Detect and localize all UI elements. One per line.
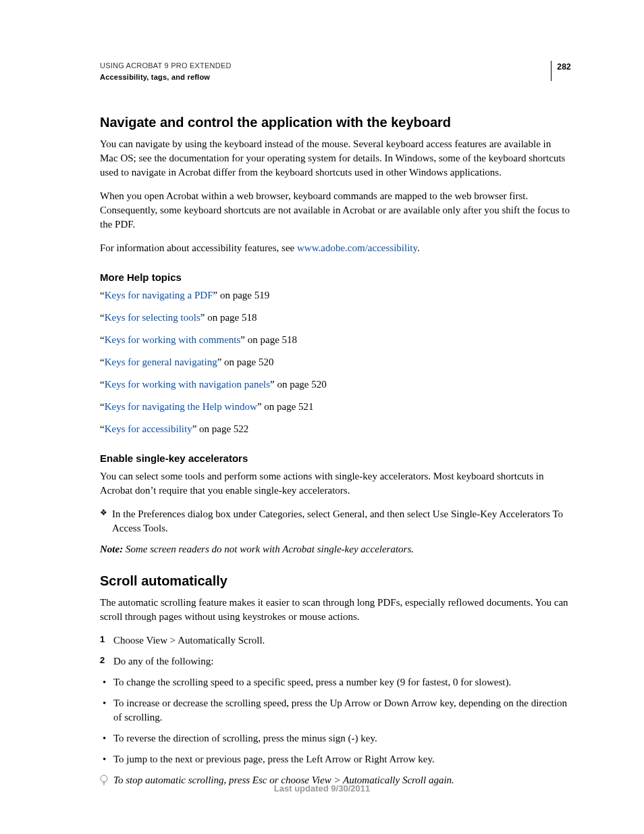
heading-single-key-accelerators: Enable single-key accelerators	[100, 451, 571, 465]
step: Choose View > Automatically Scroll.	[100, 633, 571, 648]
header-section: Accessibility, tags, and reflow	[100, 72, 232, 82]
help-topic: “Keys for working with comments” on page…	[100, 333, 571, 347]
step: Do any of the following:	[100, 654, 571, 669]
bullet-list: To change the scrolling speed to a speci…	[100, 675, 571, 766]
help-topic: “Keys for accessibility” on page 522	[100, 422, 571, 436]
heading-navigate-keyboard: Navigate and control the application wit…	[100, 113, 571, 132]
paragraph: When you open Acrobat within a web brows…	[100, 189, 571, 232]
list-item: To jump to the next or previous page, pr…	[100, 752, 571, 766]
link-keys-navigating-pdf[interactable]: Keys for navigating a PDF	[105, 290, 213, 301]
help-topic: “Keys for navigating the Help window” on…	[100, 400, 571, 414]
text: For information about accessibility feat…	[100, 242, 297, 253]
help-topic: “Keys for working with navigation panels…	[100, 377, 571, 392]
help-topic: “Keys for selecting tools” on page 518	[100, 311, 571, 325]
text: ” on page 520	[270, 379, 327, 390]
heading-more-help: More Help topics	[100, 270, 571, 284]
paragraph: You can select some tools and perform so…	[100, 469, 571, 498]
running-header: USING ACROBAT 9 PRO EXTENDED Accessibili…	[100, 61, 571, 83]
text: ” on page 522	[192, 423, 249, 434]
paragraph: You can navigate by using the keyboard i…	[100, 137, 571, 180]
text: .	[417, 242, 420, 253]
text: ” on page 520	[217, 357, 274, 367]
page-number: 282	[551, 61, 571, 81]
link-keys-general-navigating[interactable]: Keys for general navigating	[105, 357, 217, 367]
paragraph: For information about accessibility feat…	[100, 241, 571, 255]
footer-last-updated: Last updated 9/30/2011	[0, 783, 644, 795]
list-item: To change the scrolling speed to a speci…	[100, 675, 571, 689]
link-keys-accessibility[interactable]: Keys for accessibility	[105, 423, 192, 434]
text: ” on page 518	[200, 312, 257, 323]
header-left: USING ACROBAT 9 PRO EXTENDED Accessibili…	[100, 61, 232, 83]
header-product: USING ACROBAT 9 PRO EXTENDED	[100, 61, 232, 71]
help-topic: “Keys for navigating a PDF” on page 519	[100, 288, 571, 303]
link-keys-help-window[interactable]: Keys for navigating the Help window	[105, 401, 257, 412]
list-item: To increase or decrease the scrolling sp…	[100, 696, 571, 725]
list-item: To reverse the direction of scrolling, p…	[100, 731, 571, 746]
text: ” on page 519	[213, 290, 269, 301]
text: ” on page 518	[240, 334, 297, 345]
help-topic: “Keys for general navigating” on page 52…	[100, 355, 571, 369]
paragraph: The automatic scrolling feature makes it…	[100, 596, 571, 624]
link-keys-navigation-panels[interactable]: Keys for working with navigation panels	[105, 379, 270, 390]
heading-scroll-automatically: Scroll automatically	[100, 571, 571, 590]
note-body: Some screen readers do not work with Acr…	[123, 544, 414, 554]
text: ” on page 521	[257, 401, 314, 412]
link-keys-selecting-tools[interactable]: Keys for selecting tools	[105, 312, 200, 323]
note-label: Note:	[100, 544, 123, 554]
numbered-steps: Choose View > Automatically Scroll. Do a…	[100, 633, 571, 669]
link-accessibility-url[interactable]: www.adobe.com/accessibility	[297, 242, 417, 253]
note: Note: Some screen readers do not work wi…	[100, 542, 571, 556]
svg-point-0	[101, 775, 107, 782]
page: USING ACROBAT 9 PRO EXTENDED Accessibili…	[0, 0, 644, 834]
link-keys-comments[interactable]: Keys for working with comments	[105, 334, 241, 345]
procedure-step: In the Preferences dialog box under Cate…	[100, 507, 571, 536]
